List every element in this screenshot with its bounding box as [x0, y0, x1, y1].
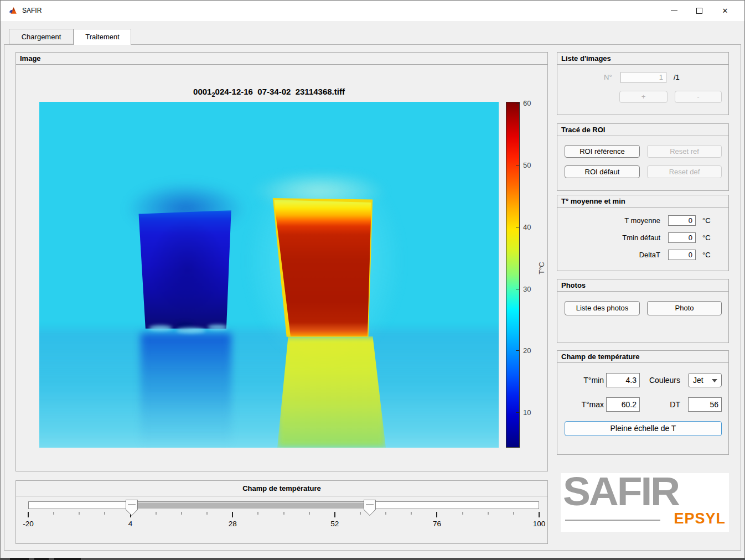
- slider-tick: [386, 512, 386, 515]
- deltat-label: DeltaT: [580, 251, 660, 259]
- deltat-unit: °C: [702, 251, 711, 259]
- slider-tick: [309, 512, 309, 515]
- colorbar-tick-label: 50: [523, 161, 531, 169]
- t-moyenne-title: T° moyenne et min: [557, 195, 728, 208]
- t-moyenne-panel: T° moyenne et min T moyenne 0 °C Tmin dé…: [557, 195, 729, 271]
- thermal-glint: [177, 328, 205, 333]
- slider-tick: [334, 512, 335, 517]
- reset-ref-button[interactable]: Reset ref: [647, 145, 722, 158]
- title-bar: SAFIR ✕: [1, 1, 744, 21]
- slider-tick: [513, 512, 514, 515]
- slider-tick: [105, 512, 105, 515]
- close-button[interactable]: ✕: [712, 1, 738, 21]
- total-images-label: /1: [674, 73, 680, 81]
- dt-label: DT: [641, 400, 680, 409]
- slider-tick: [207, 512, 208, 515]
- roi-defaut-button[interactable]: ROI défaut: [565, 165, 640, 178]
- colorbar-tick-labels: 605040302010: [523, 102, 543, 448]
- slider-tick: [232, 512, 233, 517]
- couleurs-label: Couleurs: [641, 376, 680, 385]
- range-slider-track[interactable]: [28, 501, 539, 509]
- slider-tick-label: 28: [229, 520, 237, 528]
- slider-ticks: [28, 512, 539, 518]
- next-image-button[interactable]: +: [619, 91, 668, 103]
- photo-button[interactable]: Photo: [647, 301, 722, 315]
- maximize-button[interactable]: [687, 1, 712, 21]
- window-title: SAFIR: [22, 1, 42, 21]
- colorbar-tick-label: 20: [523, 346, 531, 355]
- slider-tick-label: -20: [23, 520, 34, 528]
- chevron-down-icon: [712, 379, 717, 382]
- tab-chargement[interactable]: Chargement: [9, 29, 74, 44]
- plot-title: 00012024-12-16 07-34-02 23114368.tiff: [39, 87, 499, 98]
- thermal-glint: [208, 325, 227, 330]
- colorbar-tick-label: 10: [523, 408, 531, 417]
- minimize-button[interactable]: [661, 1, 687, 21]
- image-panel: Image 00012024-12-16 07-34-02 23114368.t…: [15, 52, 548, 471]
- tab-traitement[interactable]: Traitement: [74, 29, 131, 45]
- slider-tick: [360, 512, 360, 515]
- liste-des-photos-button[interactable]: Liste des photos: [565, 301, 640, 315]
- maximize-icon: [696, 8, 702, 14]
- slider-tick: [79, 512, 80, 515]
- slider-tick: [181, 512, 182, 515]
- thermal-hot-cup: [274, 197, 371, 336]
- t-moyenne-field[interactable]: 0: [668, 215, 696, 226]
- colorbar-tick-label: 60: [523, 99, 531, 107]
- range-slider-fill: [132, 502, 370, 508]
- photos-panel: Photos Liste des photos Photo: [557, 279, 729, 343]
- slider-tick-label: 4: [128, 520, 133, 528]
- logo-underline: [565, 520, 660, 521]
- tmin-field[interactable]: 4.3: [606, 373, 640, 387]
- thermal-hot-cup-reflection: [277, 336, 386, 448]
- slider-tick-label: 76: [433, 520, 441, 528]
- trace-roi-title: Tracé de ROI: [557, 124, 728, 136]
- logo-epsyl-text: EPSYL: [674, 510, 726, 527]
- reset-def-button[interactable]: Reset def: [647, 165, 722, 178]
- thermal-image[interactable]: [39, 102, 499, 448]
- slider-tick: [488, 512, 488, 515]
- liste-images-title: Liste d'images: [557, 53, 728, 65]
- colorbar: [506, 102, 520, 448]
- t-moyenne-label: T moyenne: [580, 216, 660, 225]
- dt-field[interactable]: 56: [688, 397, 722, 412]
- app-logo-icon: [8, 6, 18, 15]
- numero-field[interactable]: 1: [620, 72, 666, 83]
- tmax-label: T°max: [568, 400, 604, 409]
- couleurs-value: Jet: [693, 374, 703, 387]
- t-moyenne-unit: °C: [702, 216, 711, 225]
- slider-tick: [156, 512, 156, 515]
- colorbar-axis-label: T°C: [537, 262, 546, 274]
- couleurs-dropdown[interactable]: Jet: [688, 373, 722, 387]
- slider-tick-label: 100: [533, 520, 546, 528]
- roi-reference-button[interactable]: ROI référence: [565, 145, 640, 158]
- tmin-defaut-label: Tmin défaut: [580, 234, 660, 242]
- deltat-field[interactable]: 0: [668, 250, 696, 260]
- tmax-field[interactable]: 60.2: [606, 397, 640, 412]
- minimize-icon: [671, 11, 677, 11]
- image-panel-title: Image: [16, 53, 547, 65]
- liste-images-panel: Liste d'images N° 1 /1 + -: [557, 52, 729, 115]
- thermal-cold-cup-reflection: [141, 333, 231, 448]
- slider-tick: [283, 512, 284, 515]
- slider-tick: [28, 512, 29, 517]
- slider-tick: [436, 512, 437, 517]
- thermal-cold-cup: [137, 210, 234, 331]
- temperature-slider-panel: Champ de température -204285276100: [15, 480, 548, 544]
- numero-label: N°: [604, 73, 612, 81]
- colorbar-tick-label: 40: [523, 222, 531, 231]
- tmin-defaut-field[interactable]: 0: [668, 232, 696, 243]
- slider-tick: [54, 512, 54, 515]
- taskbar-edge: [0, 558, 745, 560]
- tmin-defaut-unit: °C: [702, 234, 711, 242]
- previous-image-button[interactable]: -: [675, 91, 722, 103]
- pleine-echelle-button[interactable]: Pleine échelle de T: [565, 421, 722, 436]
- safir-window: { "window": { "title": "SAFIR", "close_g…: [0, 0, 745, 560]
- slider-panel-title: Champ de température: [16, 481, 547, 496]
- trace-roi-panel: Tracé de ROI ROI référence Reset ref ROI…: [557, 123, 729, 191]
- slider-tick: [258, 512, 258, 515]
- slider-tick: [462, 512, 463, 515]
- slider-tick-labels: -204285276100: [28, 520, 539, 530]
- champ-temperature-title: Champ de température: [557, 351, 728, 363]
- slider-tick-label: 52: [330, 520, 339, 528]
